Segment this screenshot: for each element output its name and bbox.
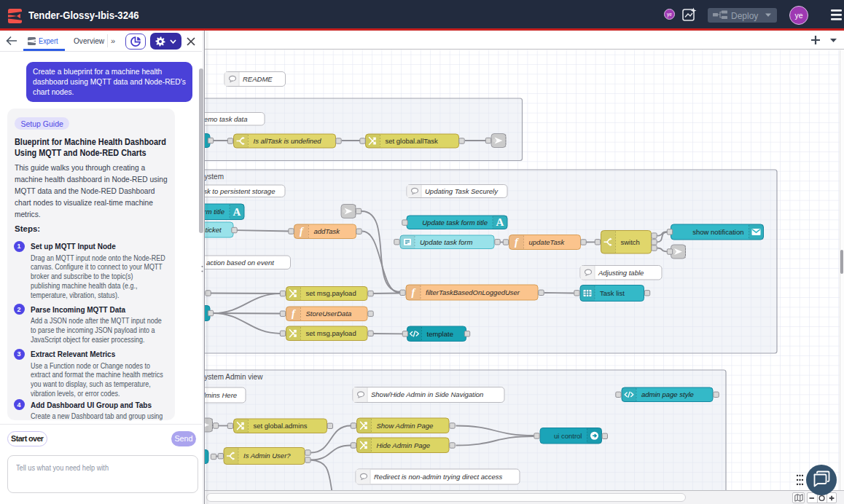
svg-text:set global.admins: set global.admins [254, 422, 308, 430]
svg-text:set global.allTask: set global.allTask [386, 137, 439, 145]
svg-text:set msg.payload: set msg.payload [306, 289, 356, 297]
svg-text:ui control: ui control [554, 432, 582, 440]
svg-text:Adjusting table: Adjusting table [598, 269, 644, 277]
svg-text:README: README [243, 75, 273, 83]
svg-text:Is Admin User?: Is Admin User? [243, 452, 291, 460]
svg-text:A: A [233, 206, 241, 218]
svg-text:admin page style: admin page style [641, 390, 694, 398]
svg-text:StoreUserData: StoreUserData [306, 310, 352, 318]
svg-text:filterTaskBasedOnLoggedUser: filterTaskBasedOnLoggedUser [426, 288, 520, 296]
svg-text:show notification: show notification [692, 228, 743, 236]
svg-text:switch: switch [621, 238, 640, 246]
svg-text:Update task form title: Update task form title [422, 218, 488, 227]
svg-text:Show Admin Page: Show Admin Page [377, 422, 434, 430]
svg-text:addTask: addTask [314, 227, 341, 235]
svg-text:template: template [427, 330, 453, 338]
svg-text:updateTask: updateTask [529, 238, 566, 246]
svg-text:A: A [496, 216, 504, 228]
svg-text:Hide Admin Page: Hide Admin Page [377, 441, 431, 449]
svg-text:Redirect is non-admin trying d: Redirect is non-admin trying direct acce… [374, 473, 503, 481]
svg-text:Show/Hide Admin in Side Naviga: Show/Hide Admin in Side Navigation [371, 390, 483, 398]
svg-text:Is allTask is undefined: Is allTask is undefined [254, 137, 322, 145]
svg-text:Update task form: Update task form [420, 238, 472, 246]
svg-text:set msg.payload: set msg.payload [306, 329, 356, 337]
svg-text:Updating Task Securely: Updating Task Securely [425, 187, 499, 195]
svg-text:Task list: Task list [600, 289, 625, 297]
